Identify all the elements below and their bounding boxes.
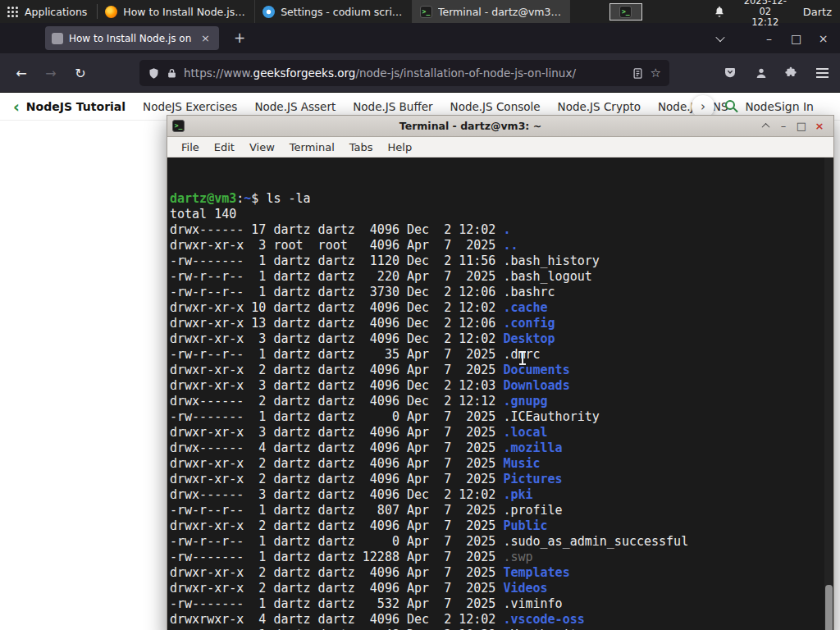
listing-row: drwxr-xr-x 3 dartz dartz 4096 Dec 2 12:0… (170, 331, 833, 347)
listing-name: .bash_history (503, 253, 599, 268)
url-text[interactable]: https://www.geeksforgeeks.org/node-js/in… (184, 66, 625, 80)
extensions-button[interactable] (778, 60, 804, 86)
tab-close-button[interactable]: × (199, 32, 212, 44)
workspace-switcher[interactable]: >_ (609, 3, 642, 21)
listing-meta: drwxr-xr-x 2 dartz dartz 4096 Apr 7 2025 (170, 363, 503, 377)
listing-name: .ICEauthority (503, 409, 599, 424)
listing-row: -rw------- 1 dartz dartz 532 Apr 7 2025 … (170, 596, 833, 612)
browser-minimize-button[interactable]: – (756, 28, 783, 49)
gfg-nav-link[interactable]: Node.JS Crypto (558, 100, 641, 113)
listing-name: .gnupg (503, 394, 547, 409)
taskbar-button-terminal[interactable]: >_ Terminal - dartz@vm3: ~ (413, 0, 570, 23)
prompt-symbol: $ (251, 191, 266, 206)
listing-row: -rw-r--r-- 1 dartz dartz 3730 Dec 2 12:0… (170, 285, 833, 300)
listing-row: -rw-r--r-- 1 dartz dartz 220 Apr 7 2025 … (170, 269, 833, 285)
lock-icon[interactable] (167, 68, 177, 79)
new-tab-button[interactable]: + (230, 29, 249, 48)
browser-navbar: ← → ↻ https://www.geeksforgeeks.org/node… (0, 53, 840, 93)
applications-menu-button[interactable]: Applications (0, 0, 97, 23)
gfg-nav-link[interactable]: NodeJS Tutorial (26, 100, 126, 113)
list-all-tabs-button[interactable] (708, 28, 733, 49)
applications-grid-icon (7, 6, 19, 18)
taskbar-button-browser[interactable]: How to Install Node.js o... (98, 0, 255, 23)
bell-icon (713, 5, 726, 18)
gfg-nav-link[interactable]: Node.JS Console (450, 100, 541, 113)
chevron-down-icon (715, 32, 724, 41)
workspace-window-icon: >_ (619, 6, 632, 18)
terminal-rollup-button[interactable] (756, 118, 774, 134)
listing-row: drwx------ 17 dartz dartz 4096 Dec 2 12:… (170, 222, 833, 238)
gfg-nav-link[interactable]: Node.JS Buffer (353, 100, 432, 113)
listing-meta: drwxr-xr-x 2 dartz dartz 4096 Apr 7 2025 (170, 518, 503, 533)
chevron-up-icon (761, 123, 769, 131)
reader-mode-icon[interactable] (632, 67, 644, 80)
listing-meta: drwx------ 17 dartz dartz 4096 Dec 2 12:… (170, 222, 503, 237)
sign-in-button[interactable]: Sign In (774, 100, 814, 113)
browser-tab[interactable]: How to Install Node.js on × (45, 26, 219, 50)
listing-meta: drwxr-xr-x 10 dartz dartz 4096 Dec 2 12:… (170, 300, 503, 315)
terminal-menu-tabs[interactable]: Tabs (342, 141, 381, 153)
menu-button[interactable] (809, 60, 835, 86)
account-button[interactable] (748, 60, 774, 86)
terminal-scrollbar-thumb[interactable] (825, 585, 833, 630)
url-domain: geeksforgeeks.org (253, 66, 356, 80)
terminal-close-button[interactable]: × (810, 118, 829, 134)
listing-name: Downloads (503, 378, 569, 393)
terminal-scrollbar-track[interactable] (824, 158, 833, 630)
listing-name: .vscode-oss (503, 612, 584, 627)
url-bar[interactable]: https://www.geeksforgeeks.org/node-js/in… (139, 60, 669, 86)
listing-meta: -rw-r--r-- 1 dartz dartz 0 Apr 7 2025 (170, 534, 503, 549)
terminal-titlebar[interactable]: >_ Terminal - dartz@vm3: ~ – □ × (167, 116, 833, 137)
back-button[interactable]: ← (8, 60, 34, 86)
terminal-maximize-button[interactable]: □ (792, 118, 810, 134)
listing-name: .config (503, 316, 555, 331)
browser-close-button[interactable]: × (810, 28, 837, 49)
listing-row: drwxr-xr-x 3 root root 4096 Apr 7 2025 .… (170, 238, 833, 253)
gfg-nav-link[interactable]: Node.JS Assert (254, 100, 336, 113)
listing-row: -rw------- 1 dartz dartz 1120 Dec 2 11:5… (170, 253, 833, 269)
taskbar-label: Terminal - dartz@vm3: ~ (438, 6, 562, 18)
browser-tabbar: How to Install Node.js on × + – □ × (0, 23, 840, 53)
gfg-nav-link[interactable]: Node (745, 100, 774, 113)
listing-row: drwxr-xr-x 2 dartz dartz 4096 Apr 7 2025… (170, 472, 833, 487)
listing-name: . (503, 222, 510, 237)
bookmark-star-icon[interactable]: ☆ (651, 66, 661, 80)
terminal-menu-terminal[interactable]: Terminal (282, 141, 342, 153)
listing-name: Public (503, 518, 547, 533)
nav-prev-chevron-icon[interactable]: ‹ (13, 99, 20, 115)
listing-row: -rw------- 1 dartz dartz 12288 Apr 7 202… (170, 550, 833, 565)
browser-maximize-button[interactable]: □ (783, 28, 810, 49)
listing-row: -rw-r--r-- 1 dartz dartz 0 Apr 7 2025 .s… (170, 534, 833, 550)
listing-row: drwxr-xr-x 2 dartz dartz 4096 Apr 7 2025… (170, 565, 833, 581)
prompt-command: ls -la (266, 191, 310, 206)
shield-icon[interactable] (148, 67, 160, 80)
listing-name: Pictures (503, 472, 562, 486)
panel-clock[interactable]: 2025-12-02 12:12 (739, 0, 792, 28)
notifications-button[interactable] (713, 5, 726, 18)
reload-button[interactable]: ↻ (67, 60, 94, 86)
listing-meta: drwxr-xr-x 2 dartz dartz 4096 Apr 7 2025 (170, 456, 503, 471)
terminal-menu-file[interactable]: File (174, 141, 207, 153)
listing-row: drwx------ 4 dartz dartz 4096 Apr 7 2025… (170, 441, 833, 456)
listing-meta: drwxr-xr-x 13 dartz dartz 4096 Dec 2 12:… (170, 316, 503, 331)
pocket-button[interactable] (717, 60, 743, 86)
search-icon[interactable] (725, 100, 735, 110)
terminal-content[interactable]: dartz@vm3:~$ ls -latotal 140drwx------ 1… (167, 158, 833, 630)
forward-button[interactable]: → (38, 60, 64, 86)
listing-meta: drwxr-xr-x 2 dartz dartz 4096 Apr 7 2025 (170, 565, 503, 580)
terminal-menu-help[interactable]: Help (381, 141, 420, 153)
prompt-user-host: dartz@vm3 (170, 191, 236, 206)
listing-row: drwxr-xr-x 13 dartz dartz 4096 Dec 2 12:… (170, 316, 833, 331)
terminal-menu-edit[interactable]: Edit (207, 141, 242, 153)
prompt-separator: : (236, 191, 244, 206)
terminal-menu-view[interactable]: View (242, 141, 282, 153)
listing-name: .swp (503, 550, 532, 564)
url-scheme: https://www. (184, 66, 253, 80)
listing-meta: drwxr-xr-x 3 dartz dartz 4096 Dec 2 12:0… (170, 331, 503, 346)
gfg-nav-link[interactable]: NodeJS Exercises (143, 100, 237, 113)
gfg-links: NodeJS TutorialNodeJS ExercisesNode.JS A… (26, 100, 774, 113)
applications-label: Applications (25, 6, 87, 18)
terminal-minimize-button[interactable]: – (774, 118, 792, 134)
taskbar-button-settings[interactable]: Settings - codium script... (255, 0, 413, 23)
prompt-path: ~ (244, 191, 251, 206)
